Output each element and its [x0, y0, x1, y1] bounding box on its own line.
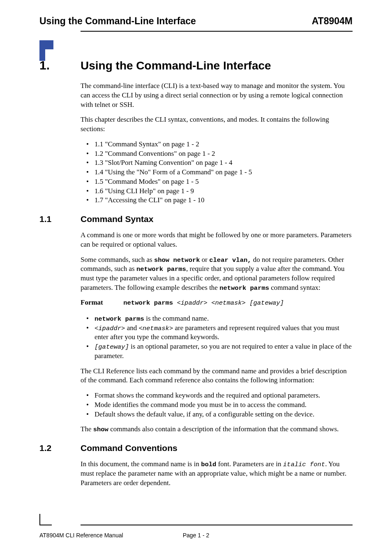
footer-corner-icon: [39, 514, 45, 525]
code-italic-font: italic font: [283, 461, 325, 468]
toc-list: 1.1 "Command Syntax" on page 1 - 2 1.2 "…: [81, 140, 353, 205]
section-1-1-heading: 1.1 Command Syntax: [39, 214, 353, 224]
code-bold: bold: [201, 461, 216, 468]
list-item: <ipaddr> and <netmask> are parameters an…: [81, 324, 353, 342]
toc-item: 1.1 "Command Syntax" on page 1 - 2: [81, 140, 353, 149]
toc-item: 1.2 "Command Conventions" on page 1 - 2: [81, 149, 353, 159]
text: is the command name.: [144, 314, 209, 322]
header-right: AT8904M: [312, 16, 353, 27]
text: font. Parameters are in: [216, 460, 283, 468]
text: is an optional parameter, so you are not…: [95, 342, 352, 360]
format-label: Format: [81, 298, 122, 307]
code-show-network: show network: [154, 257, 200, 264]
code-gateway: [gateway]: [95, 343, 129, 351]
chapter-title: Using the Command-Line Interface: [81, 59, 271, 72]
header-rule: [81, 31, 353, 32]
s11-paragraph-4: The show commands also contain a descrip…: [81, 425, 353, 434]
toc-item: 1.6 "Using CLI Help" on page 1 - 9: [81, 187, 353, 196]
intro-paragraph-1: The command-line interface (CLI) is a te…: [81, 81, 353, 109]
code-network-parms: network parms: [95, 315, 144, 323]
s11-paragraph-1: A command is one or more words that migh…: [81, 231, 353, 250]
intro-paragraph-2: This chapter describes the CLI syntax, c…: [81, 115, 353, 134]
format-command: network parms: [123, 299, 173, 307]
text: commands also contain a description of t…: [108, 425, 339, 433]
section-1-2-heading: 1.2 Command Conventions: [39, 443, 353, 453]
page-header: Using the Command-Line Interface AT8904M: [39, 16, 353, 27]
s12-paragraph-1: In this document, the command name is in…: [81, 460, 353, 488]
code-show: show: [93, 426, 108, 433]
section-title: Command Syntax: [81, 214, 153, 224]
list-item: Mode identifies the command mode you mus…: [81, 400, 353, 410]
footer-rule: [81, 525, 353, 525]
text: command syntax:: [269, 284, 321, 291]
header-left: Using the Command-Line Interface: [39, 16, 196, 27]
list-item: network parms is the command name.: [81, 314, 353, 324]
syntax-bullets: network parms is the command name. <ipad…: [81, 314, 353, 361]
section-number: 1.1: [39, 214, 81, 224]
page-footer: AT8904M CLI Reference Manual Page 1 - 2: [39, 532, 353, 539]
footer-page-number: Page 1 - 2: [39, 532, 353, 539]
text: Some commands, such as: [81, 256, 154, 264]
format-args: <ipaddr> <netmask> [gateway]: [173, 299, 284, 307]
text: In this document, the command name is in: [81, 460, 201, 468]
code-ipaddr: <ipaddr>: [95, 325, 125, 332]
format-row: Format network parms <ipaddr> <netmask> …: [81, 298, 353, 307]
chapter-heading: 1. Using the Command-Line Interface: [39, 58, 353, 72]
toc-item: 1.4 "Using the "No" Form of a Command" o…: [81, 168, 353, 177]
toc-item: 1.3 "Slot/Port Naming Convention" on pag…: [81, 158, 353, 168]
section-number: 1.2: [39, 443, 81, 453]
s11-paragraph-3: The CLI Reference lists each command by …: [81, 367, 353, 386]
info-bullets: Format shows the command keywords and th…: [81, 391, 353, 419]
text: and: [125, 324, 138, 332]
list-item: Default shows the default value, if any,…: [81, 410, 353, 419]
code-network-parms: network parms: [136, 266, 186, 273]
list-item: [gateway] is an optional parameter, so y…: [81, 342, 353, 361]
text: or: [200, 256, 210, 264]
chapter-number: 1.: [39, 58, 81, 72]
toc-item: 1.7 "Accessing the CLI" on page 1 - 10: [81, 196, 353, 205]
list-item: Format shows the command keywords and th…: [81, 391, 353, 400]
code-clear-vlan: clear vlan,: [209, 257, 251, 264]
toc-item: 1.5 "Command Modes" on page 1 - 5: [81, 177, 353, 187]
code-network-parms: network parms: [219, 284, 269, 292]
s11-paragraph-2: Some commands, such as show network or c…: [81, 255, 353, 293]
text: The: [81, 425, 93, 433]
corner-decoration-icon: [39, 40, 53, 49]
section-title: Command Conventions: [81, 443, 178, 453]
code-netmask: <netmask>: [138, 325, 173, 332]
